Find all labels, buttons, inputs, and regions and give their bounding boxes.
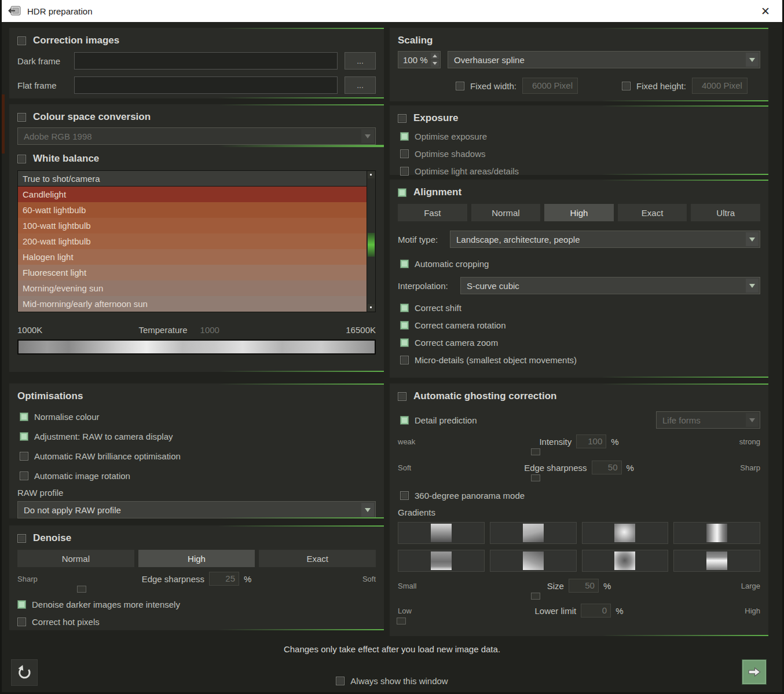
slider-value-input[interactable]: 100 [576, 434, 606, 448]
slider-row: SharpEdge sharpness25%Soft [17, 572, 376, 586]
gradient-tile-top-light[interactable] [398, 522, 485, 544]
dropdown-arrow-button[interactable] [746, 232, 759, 246]
white-balance-option[interactable]: Candlelight [18, 187, 367, 202]
mode-button-fast[interactable]: Fast [398, 204, 467, 221]
unchecked-checkbox[interactable] [400, 149, 409, 158]
slider-handle[interactable] [531, 448, 540, 455]
checked-checkbox[interactable] [400, 132, 409, 141]
gradients-label: Gradients [398, 507, 760, 517]
white-balance-option[interactable]: True to shot/camera [18, 171, 367, 187]
unchecked-checkbox[interactable] [400, 491, 409, 500]
fixed-height-checkbox[interactable] [622, 82, 631, 90]
checked-checkbox[interactable] [400, 416, 409, 425]
scroll-down-button[interactable] [368, 304, 375, 311]
dropdown-arrow-button[interactable] [746, 279, 759, 293]
slider-value-input[interactable]: 25 [209, 572, 239, 586]
colour-space-section-checkbox[interactable] [17, 113, 26, 122]
mode-button-exact[interactable]: Exact [259, 550, 376, 567]
interpolation-dropdown[interactable]: S-curve cubic [460, 277, 760, 294]
close-button[interactable]: ✕ [749, 0, 782, 22]
gradient-tile-bottom-light[interactable] [398, 550, 485, 572]
white-balance-option[interactable]: Fluorescent light [18, 265, 367, 280]
slider-handle[interactable] [531, 593, 540, 600]
slider-value-input[interactable]: 50 [592, 461, 622, 474]
spin-up-button[interactable] [431, 53, 439, 59]
scrollbar-thumb[interactable] [368, 233, 375, 257]
flat-frame-browse-button[interactable]: ... [345, 76, 376, 94]
dropdown-arrow-button[interactable] [746, 413, 759, 427]
gradient-tile-center-dark[interactable] [582, 550, 669, 572]
fixed-width-input[interactable]: 6000 Pixel [522, 78, 578, 94]
slider-value-input[interactable]: 0 [581, 604, 611, 618]
unchecked-checkbox[interactable] [400, 167, 409, 176]
app-icon [8, 5, 21, 17]
section-title: Colour space conversion [33, 111, 151, 123]
scale-percent-spinner[interactable]: 100 % [398, 51, 441, 68]
unchecked-checkbox[interactable] [336, 677, 345, 685]
unchecked-checkbox[interactable] [20, 452, 28, 461]
checked-checkbox[interactable] [17, 600, 26, 609]
white-balance-option[interactable]: 100-watt lightbulb [18, 218, 367, 233]
checked-checkbox[interactable] [400, 338, 409, 347]
white-balance-option[interactable]: 60-watt lightbulb [18, 202, 367, 218]
checked-checkbox[interactable] [400, 260, 409, 268]
slider-track[interactable] [398, 448, 760, 456]
white-balance-option[interactable]: 200-watt lightbulb [18, 233, 367, 249]
white-balance-option[interactable]: Mid-morning/early afternoon sun [18, 296, 367, 312]
scroll-up-button[interactable] [368, 171, 375, 178]
mode-button-normal[interactable]: Normal [17, 550, 134, 567]
continue-button[interactable] [742, 659, 767, 685]
slider-value-input[interactable]: 50 [569, 579, 599, 593]
fixed-width-checkbox[interactable] [456, 82, 464, 90]
checked-checkbox[interactable] [400, 304, 409, 312]
unchecked-checkbox[interactable] [400, 356, 409, 364]
motif-type-dropdown[interactable]: Landscape, architecture, people [450, 231, 760, 248]
scaling-method-dropdown[interactable]: Overhauser spline [448, 51, 760, 68]
checked-checkbox[interactable] [20, 412, 28, 421]
gradient-tile-top-light-diagonal[interactable] [490, 522, 577, 544]
white-balance-scrollbar[interactable] [367, 171, 375, 312]
slider-track[interactable] [17, 586, 376, 593]
slider-track[interactable] [398, 474, 760, 482]
exposure-section-checkbox[interactable] [398, 114, 406, 123]
white-balance-option[interactable]: Morning/evening sun [18, 280, 367, 296]
dark-frame-browse-button[interactable]: ... [345, 52, 376, 70]
gradient-tile-bottom-left-light[interactable] [490, 550, 577, 572]
unchecked-checkbox[interactable] [20, 472, 28, 480]
checked-checkbox[interactable] [400, 321, 409, 330]
white-balance-section-checkbox[interactable] [17, 155, 26, 163]
correction-images-section-checkbox[interactable] [17, 36, 26, 45]
life-forms-dropdown[interactable]: Life forms [656, 411, 760, 429]
mode-button-high[interactable]: High [544, 204, 614, 221]
slider-track[interactable] [398, 618, 760, 625]
denoise-section-checkbox[interactable] [17, 534, 26, 543]
gradient-tile-horizontal-band[interactable] [673, 550, 760, 572]
alignment-section-checkbox[interactable] [398, 188, 406, 197]
dropdown-arrow-button[interactable] [361, 129, 374, 143]
slider-handle[interactable] [531, 474, 540, 481]
mode-button-exact[interactable]: Exact [618, 204, 687, 221]
unchecked-checkbox[interactable] [17, 618, 26, 626]
dark-frame-input[interactable] [74, 52, 338, 70]
slider-handle[interactable] [397, 618, 406, 624]
dropdown-arrow-button[interactable] [746, 53, 759, 67]
checkbox-label: Normalise colour [34, 412, 100, 422]
slider-track[interactable] [398, 593, 760, 600]
gradient-tile-vertical-band[interactable] [673, 522, 760, 544]
mode-button-normal[interactable]: Normal [471, 204, 541, 221]
white-balance-option[interactable]: Halogen light [18, 249, 367, 265]
dropdown-arrow-button[interactable] [361, 503, 374, 517]
checked-checkbox[interactable] [20, 432, 28, 441]
mode-button-ultra[interactable]: Ultra [691, 204, 760, 221]
fixed-height-input[interactable]: 4000 Pixel [692, 78, 748, 94]
ghosting-section-checkbox[interactable] [398, 392, 406, 401]
colour-space-dropdown[interactable]: Adobe RGB 1998 [17, 127, 376, 145]
gradient-tile-center-glow[interactable] [582, 522, 669, 544]
checkbox-row: Automatic image rotation [20, 469, 376, 482]
spin-down-button[interactable] [431, 60, 439, 67]
slider-handle[interactable] [77, 586, 86, 593]
temperature-gradient-slider[interactable] [17, 339, 376, 355]
flat-frame-input[interactable] [74, 76, 338, 94]
raw-profile-dropdown[interactable]: Do not apply RAW profile [17, 501, 376, 518]
mode-button-high[interactable]: High [138, 550, 255, 567]
